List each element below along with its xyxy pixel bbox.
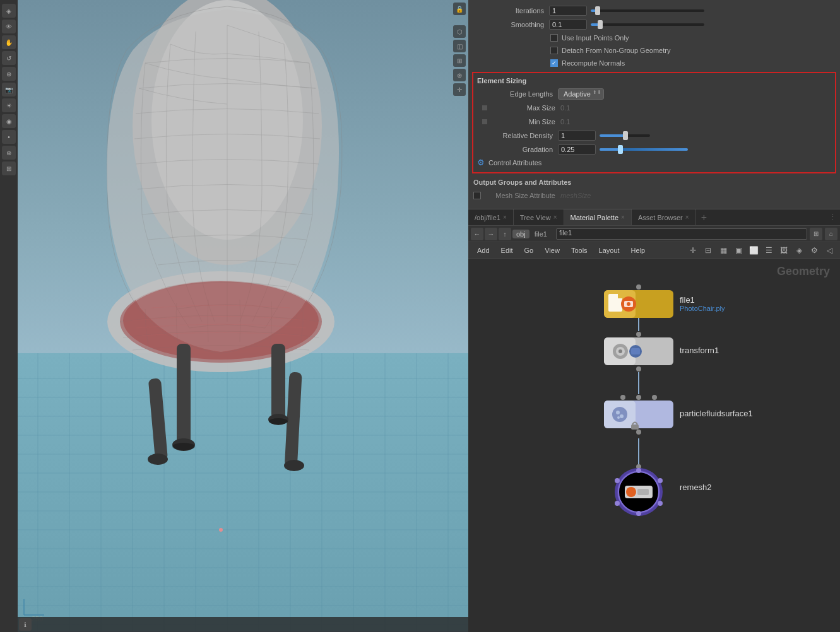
iterations-slider-track[interactable] <box>591 9 704 12</box>
relative-density-slider-thumb[interactable] <box>623 131 628 140</box>
mesh-size-checkbox[interactable] <box>473 192 481 199</box>
particle-connector-top-mid[interactable] <box>636 395 641 400</box>
wireframe-btn[interactable]: ◫ <box>453 40 466 52</box>
grid-btn[interactable]: ⊞ <box>453 54 466 67</box>
smoothing-slider-track[interactable] <box>591 23 704 26</box>
gradation-value[interactable]: 0.25 <box>558 144 596 155</box>
tab-tree-view[interactable]: Tree View × <box>514 209 564 225</box>
snap-btn[interactable]: ⊞ <box>2 161 16 175</box>
relative-density-slider-track[interactable] <box>600 134 650 137</box>
display-mode-btn[interactable]: ⬡ <box>453 25 466 38</box>
tab-close-asset-browser[interactable]: × <box>685 214 689 221</box>
menu-layout[interactable]: Layout <box>594 242 625 258</box>
network-home-btn[interactable]: ⌂ <box>825 228 837 240</box>
tab-material-palette[interactable]: Material Palette × <box>564 209 632 225</box>
file1-connector-top[interactable] <box>636 284 641 290</box>
gradation-slider-track[interactable] <box>600 148 688 151</box>
output-groups-title: Output Groups and Attributes <box>473 178 835 186</box>
tab-close-obj-file1[interactable]: × <box>503 214 507 221</box>
smoothing-slider-thumb[interactable] <box>598 20 603 29</box>
render-btn[interactable]: ◉ <box>2 114 16 128</box>
crosshair-icon[interactable]: ✛ <box>686 244 700 257</box>
particle-connector-top-right[interactable] <box>652 395 657 400</box>
select-tool-btn[interactable]: ◈ <box>2 4 16 18</box>
menu-bar: Add Edit Go View Tools Layout Help ✛ ⊟ ▦… <box>468 242 840 259</box>
transform1-connector-top[interactable] <box>636 332 641 337</box>
magnet-btn[interactable]: ⊛ <box>2 146 16 160</box>
arrow-icon[interactable]: ◁ <box>822 244 836 257</box>
control-attributes-label[interactable]: Control Attributes <box>488 159 541 167</box>
menu-add[interactable]: Add <box>472 242 495 258</box>
layout-icon[interactable]: ▣ <box>731 244 745 257</box>
viewport: ◈ 👁 ✋ ↺ ⊕ 📷 ☀ ◉ • ⊛ ⊞ <box>0 0 468 632</box>
node-remesh2[interactable] <box>615 464 663 516</box>
menu-edit[interactable]: Edit <box>496 242 518 258</box>
network-view-btn[interactable]: ⊞ <box>810 228 822 240</box>
svg-marker-55 <box>618 294 622 298</box>
particle-connector-bottom[interactable] <box>636 430 641 435</box>
relative-density-value[interactable]: 1 <box>558 131 596 141</box>
viewport-top-toolbar: 🔒 <box>453 3 466 15</box>
view-icon[interactable]: ◈ <box>792 244 806 257</box>
tab-close-material-palette[interactable]: × <box>621 214 625 221</box>
node-particlefluidsurface1[interactable] <box>604 395 673 435</box>
menu-view[interactable]: View <box>540 242 565 258</box>
nav-back-btn[interactable]: ← <box>471 228 483 240</box>
view-btn[interactable]: 👁 <box>2 20 16 33</box>
image-icon[interactable]: 🖼 <box>777 244 791 257</box>
gradation-slider-container <box>596 148 826 151</box>
particle-label-container: particlefluidsurface1 <box>680 409 753 418</box>
node-path-dropdown[interactable]: file1 <box>556 228 807 240</box>
nav-forward-btn[interactable]: → <box>485 228 497 240</box>
svg-point-68 <box>612 407 627 422</box>
tab-close-tree-view[interactable]: × <box>553 214 557 221</box>
zoom-btn[interactable]: ⊕ <box>2 67 16 81</box>
mesh-size-input[interactable]: meshSize <box>560 192 591 199</box>
menu-help[interactable]: Help <box>626 242 651 258</box>
svg-point-34 <box>123 281 319 360</box>
node-file1[interactable] <box>604 284 673 318</box>
orient-btn[interactable]: ✛ <box>453 83 466 96</box>
particle-label: particlefluidsurface1 <box>680 409 753 418</box>
pan-btn[interactable]: ✋ <box>2 35 16 49</box>
grid-icon[interactable]: ⊟ <box>701 244 715 257</box>
settings-icon[interactable]: ⚙ <box>807 244 821 257</box>
min-size-value[interactable]: 0.1 <box>560 118 598 126</box>
smoothing-value[interactable]: 0.1 <box>549 20 587 30</box>
tab-asset-browser[interactable]: Asset Browser × <box>632 209 696 225</box>
tab-obj-file1[interactable]: /obj/file1 × <box>468 209 514 225</box>
add-tab-btn[interactable]: + <box>696 212 712 223</box>
transform1-connector-bottom[interactable] <box>636 366 641 372</box>
recompute-row: ✓ Recompute Normals <box>468 57 840 69</box>
recompute-checkbox[interactable]: ✓ <box>550 59 558 67</box>
file1-label: file1 <box>680 295 725 305</box>
info-icon[interactable]: ℹ <box>19 618 32 631</box>
table-icon[interactable]: ▦ <box>716 244 730 257</box>
camera-btn[interactable]: 📷 <box>2 83 16 97</box>
iterations-slider-thumb[interactable] <box>595 6 600 15</box>
light-btn[interactable]: ☀ <box>2 98 16 112</box>
max-size-value[interactable]: 0.1 <box>560 104 598 112</box>
obj-badge[interactable]: obj <box>512 230 529 238</box>
point-btn[interactable]: • <box>2 130 16 144</box>
use-input-points-checkbox[interactable] <box>550 34 558 42</box>
gradation-slider-thumb[interactable] <box>618 145 623 154</box>
menu-go[interactable]: Go <box>519 242 539 258</box>
edge-lengths-dropdown[interactable]: Adaptive <box>558 88 604 100</box>
list-icon[interactable]: ☰ <box>762 244 776 257</box>
tab-end-options-btn[interactable]: ⋮ <box>825 213 840 221</box>
split-icon[interactable]: ⬜ <box>747 244 760 257</box>
right-panel: Iterations 1 Smoothing 0.1 <box>468 0 840 632</box>
nav-up-btn[interactable]: ↑ <box>499 228 511 240</box>
detach-checkbox[interactable] <box>550 47 558 54</box>
lock-icon[interactable]: 🔒 <box>453 3 466 15</box>
remesh2-label: remesh2 <box>680 483 712 492</box>
node-transform1[interactable] <box>604 332 673 372</box>
min-size-color-swatch <box>482 119 487 124</box>
particle-connector-top-left[interactable] <box>620 395 625 400</box>
menu-tools[interactable]: Tools <box>566 242 593 258</box>
use-input-points-label: Use Input Points Only <box>562 34 629 42</box>
snap-mode-btn[interactable]: ⊛ <box>453 69 466 81</box>
iterations-value[interactable]: 1 <box>549 6 587 16</box>
rotate-btn[interactable]: ↺ <box>2 51 16 65</box>
